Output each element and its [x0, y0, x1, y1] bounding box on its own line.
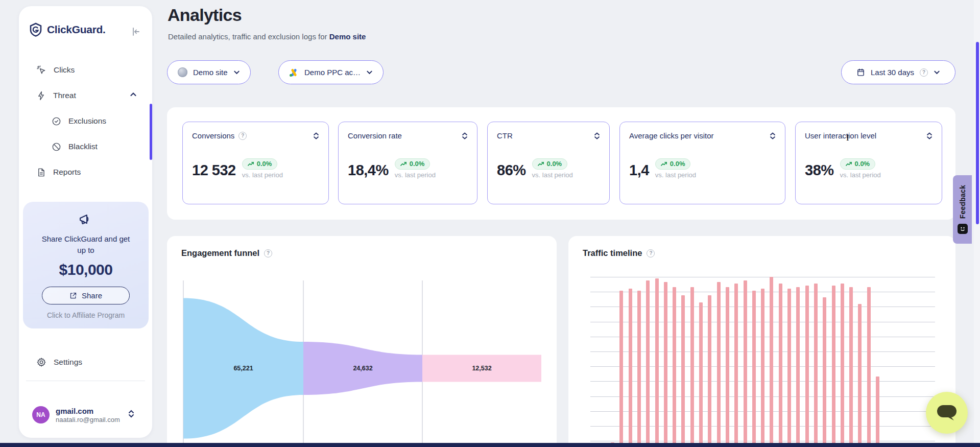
megaphone-icon: [78, 219, 93, 228]
kpi-card-ctr[interactable]: CTR 86% 0.0% vs. last period: [487, 122, 610, 204]
funnel-stage-label: 12,532: [472, 365, 491, 372]
help-icon[interactable]: ?: [264, 249, 272, 257]
metric-sort-icon[interactable]: [770, 132, 776, 140]
kpi-title: CTR: [497, 131, 513, 140]
traffic-bar[interactable]: [823, 297, 826, 447]
sidebar-item-threat[interactable]: Threat: [19, 83, 152, 108]
sidebar-item-clicks[interactable]: Clicks: [19, 57, 152, 83]
external-link-icon: [69, 292, 77, 299]
metric-sort-icon[interactable]: [926, 132, 933, 140]
traffic-bar[interactable]: [699, 302, 703, 447]
traffic-bar[interactable]: [726, 287, 729, 447]
traffic-bar[interactable]: [637, 291, 641, 447]
affiliate-promo-card[interactable]: Share ClickGuard and get up to $10,000 S…: [23, 202, 149, 328]
promo-footer: Click to Affiliate Program: [30, 311, 141, 319]
chat-launcher-button[interactable]: [926, 392, 968, 434]
kpi-value: 1,4: [629, 162, 649, 179]
traffic-bar[interactable]: [717, 282, 721, 447]
trend-value: 0.0%: [855, 160, 870, 168]
account-switcher[interactable]: NA gmail.com naatali.ro@gmail.com: [19, 399, 152, 430]
sidebar-item-exclusions[interactable]: Exclusions: [19, 108, 152, 134]
traffic-bar[interactable]: [664, 282, 667, 447]
kpi-card-conversion-rate[interactable]: Conversion rate 18,4% 0.0% vs. last peri…: [338, 122, 477, 204]
page-scrollbar-thumb[interactable]: [976, 42, 979, 224]
brand-name: ClickGuard.: [47, 23, 106, 36]
kpi-compare-label: vs. last period: [242, 171, 283, 179]
trend-value: 0.0%: [410, 160, 425, 168]
share-button-label: Share: [82, 291, 102, 300]
kpi-compare-label: vs. last period: [840, 171, 881, 179]
traffic-bar[interactable]: [761, 289, 764, 447]
funnel-chart-title: Engagement funnel: [181, 248, 259, 258]
traffic-bar[interactable]: [841, 284, 844, 447]
trend-badge: 0.0%: [840, 158, 876, 170]
kpi-title: Conversions: [192, 131, 234, 140]
timeline-chart-title: Traffic timeline: [583, 248, 642, 258]
traffic-bar[interactable]: [708, 295, 711, 447]
traffic-bar[interactable]: [629, 289, 632, 447]
metric-sort-icon[interactable]: [313, 132, 319, 140]
traffic-bar[interactable]: [867, 287, 871, 447]
date-range-label: Last 30 days: [871, 68, 914, 77]
trend-badge: 0.0%: [242, 158, 278, 170]
traffic-bar[interactable]: [832, 286, 835, 447]
sidebar-scrollbar-thumb[interactable]: [150, 104, 152, 160]
calendar-icon: [856, 68, 865, 77]
help-icon[interactable]: ?: [647, 249, 655, 257]
chevron-down-icon: [233, 69, 240, 76]
traffic-timeline-card: Traffic timeline ?: [568, 236, 955, 447]
traffic-bar[interactable]: [752, 291, 756, 447]
traffic-bar[interactable]: [690, 287, 694, 447]
feedback-tab-label: Feedback: [959, 185, 967, 219]
bottom-window-bar: [0, 443, 980, 447]
cursor-click-icon: [36, 65, 46, 75]
traffic-bar[interactable]: [744, 280, 747, 447]
traffic-bar[interactable]: [779, 284, 782, 447]
trending-up-icon: [400, 161, 407, 167]
traffic-bar[interactable]: [734, 284, 738, 447]
feedback-smiley-icon: [958, 224, 968, 234]
traffic-bar[interactable]: [876, 377, 879, 447]
gridline: [590, 277, 935, 277]
trend-value: 0.0%: [547, 160, 562, 168]
traffic-bar[interactable]: [805, 286, 809, 447]
traffic-bar[interactable]: [681, 295, 685, 447]
metric-sort-icon[interactable]: [594, 132, 600, 140]
traffic-bar[interactable]: [814, 284, 818, 447]
feedback-tab[interactable]: Feedback: [953, 175, 972, 244]
traffic-bar[interactable]: [796, 287, 800, 447]
traffic-bar[interactable]: [646, 280, 650, 447]
traffic-bar[interactable]: [787, 289, 791, 447]
trending-up-icon: [248, 161, 254, 167]
traffic-bar[interactable]: [858, 304, 862, 447]
metric-sort-icon[interactable]: [462, 132, 468, 140]
funnel-stage-label: 65,221: [233, 365, 253, 372]
ppc-account-selector[interactable]: Demo PPC ac…: [278, 60, 384, 84]
chevron-up-icon[interactable]: [130, 91, 137, 100]
traffic-bar[interactable]: [770, 277, 773, 447]
kpi-card-avg-clicks[interactable]: Average clicks per visitor 1,4 0.0% vs. …: [619, 122, 785, 204]
kpi-card-conversions[interactable]: Conversions ? 12 532 0.0% vs. last perio…: [182, 122, 329, 204]
chevron-down-icon: [366, 69, 373, 76]
traffic-bar[interactable]: [673, 287, 676, 447]
help-icon[interactable]: ?: [238, 132, 247, 140]
sidebar-collapse-icon[interactable]: [131, 27, 141, 39]
kpi-band: Conversions ? 12 532 0.0% vs. last perio…: [167, 107, 955, 220]
site-selector-label: Demo site: [193, 68, 228, 77]
help-icon[interactable]: ?: [920, 68, 928, 77]
brand-logo[interactable]: ClickGuard.: [29, 22, 106, 37]
traffic-bar[interactable]: [655, 278, 659, 447]
kpi-compare-label: vs. last period: [532, 171, 573, 179]
sidebar-item-reports[interactable]: Reports: [19, 159, 152, 185]
sidebar-item-blacklist[interactable]: Blacklist: [19, 134, 152, 159]
traffic-bar[interactable]: [849, 287, 853, 447]
kpi-value: 18,4%: [348, 162, 389, 179]
share-button[interactable]: Share: [42, 287, 130, 304]
kpi-value: 86%: [497, 162, 526, 179]
account-name: gmail.com: [56, 407, 120, 415]
traffic-bar[interactable]: [619, 291, 623, 447]
sidebar-item-settings[interactable]: Settings: [19, 349, 152, 375]
date-range-selector[interactable]: Last 30 days ?: [841, 60, 955, 84]
site-selector[interactable]: Demo site: [167, 60, 251, 84]
kpi-card-user-interaction[interactable]: User interaction level 38% 0.0% vs. last…: [795, 122, 942, 204]
